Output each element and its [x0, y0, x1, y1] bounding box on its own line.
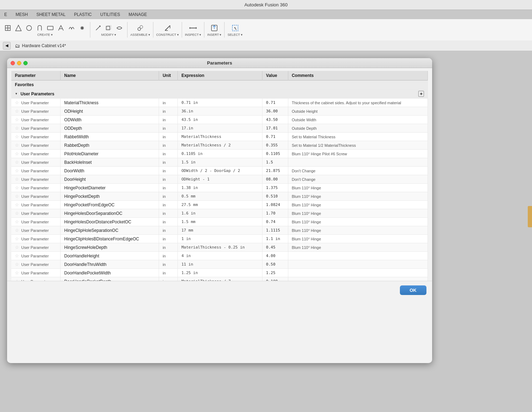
param-name-cell[interactable]: ODDepth — [61, 124, 159, 133]
table-row[interactable]: ☆ User Parameter HingePocketFromEdgeOC i… — [11, 201, 428, 209]
param-name-cell[interactable]: DoorHandleThruWidth — [61, 260, 159, 269]
table-row[interactable]: ☆ User Parameter MaterialThickness in 0.… — [11, 99, 428, 107]
param-expression-cell[interactable]: 1.38 in — [178, 184, 262, 192]
create-btn-3[interactable] — [24, 23, 34, 33]
param-expression-cell[interactable]: 1.6 in — [178, 209, 262, 218]
param-expression-cell[interactable]: 11 in — [178, 260, 262, 269]
create-btn-5[interactable] — [45, 23, 55, 33]
table-row[interactable]: ☆ User Parameter DoorWidth in ODWidth / … — [11, 167, 428, 175]
expand-icon[interactable]: ▼ — [15, 92, 18, 95]
param-name-cell[interactable]: DoorWidth — [61, 167, 159, 175]
modify-label[interactable]: MODIFY ▾ — [101, 33, 116, 37]
star-icon[interactable]: ☆ — [15, 151, 19, 156]
create-btn-6[interactable] — [56, 23, 66, 33]
table-row[interactable]: ☆ User Parameter HingeScrewHoleDepth in … — [11, 243, 428, 252]
table-row[interactable]: ☆ User Parameter DoorHandlePocketDepth i… — [11, 277, 428, 281]
star-icon[interactable]: ☆ — [15, 219, 19, 224]
param-name-cell[interactable]: DoorHandlePocketDepth — [61, 277, 159, 281]
table-row[interactable]: ☆ User Parameter DoorHandleThruWidth in … — [11, 260, 428, 269]
param-expression-cell[interactable]: 36.in — [178, 107, 262, 116]
param-expression-cell[interactable]: ODHeight - 1 — [178, 175, 262, 184]
menu-item-utilities[interactable]: UTILITIES — [99, 11, 121, 18]
param-name-cell[interactable]: HingeHolesDoorSeparationOC — [61, 209, 159, 218]
param-name-cell[interactable]: DoorHandleHeight — [61, 252, 159, 260]
create-btn-1[interactable] — [3, 23, 13, 33]
create-btn-7[interactable] — [67, 23, 77, 33]
param-expression-cell[interactable]: MaterialThickness — [178, 133, 262, 141]
star-icon[interactable]: ☆ — [15, 270, 19, 275]
param-name-cell[interactable]: HingePocketFromEdgeOC — [61, 201, 159, 209]
star-icon[interactable]: ☆ — [15, 202, 19, 207]
param-name-cell[interactable]: MaterialThickness — [61, 99, 159, 107]
param-expression-cell[interactable]: 0.5 mm — [178, 192, 262, 201]
modify-btn-3[interactable] — [114, 23, 124, 33]
param-expression-cell[interactable]: 17.in — [178, 124, 262, 133]
table-row[interactable]: ☆ User Parameter HingeClipHoleSeparation… — [11, 226, 428, 235]
back-btn[interactable]: ◀ — [3, 42, 11, 50]
table-row[interactable]: ☆ User Parameter PilotHoleDiameter in 0.… — [11, 150, 428, 158]
param-expression-cell[interactable]: 17 mm — [178, 226, 262, 235]
param-name-cell[interactable]: DoorHeight — [61, 175, 159, 184]
param-name-cell[interactable]: DoorHandlePocketWidth — [61, 269, 159, 277]
select-btn-1[interactable] — [230, 23, 240, 33]
insert-btn-1[interactable] — [209, 23, 219, 33]
param-name-cell[interactable]: HingeClipHoleSeparationOC — [61, 226, 159, 235]
star-icon[interactable]: ☆ — [15, 245, 19, 250]
create-btn-8[interactable] — [77, 23, 87, 33]
star-icon[interactable]: ☆ — [15, 160, 19, 165]
create-label[interactable]: CREATE ▾ — [37, 33, 52, 37]
menu-item-e[interactable]: E — [3, 11, 9, 18]
select-label[interactable]: SELECT ▾ — [227, 33, 242, 37]
inspect-label[interactable]: INSPECT ▾ — [185, 33, 201, 37]
param-name-cell[interactable]: HingeHolesDoorDistancePocketOC — [61, 218, 159, 226]
section-header[interactable]: ▼ User Parameters + — [11, 89, 428, 99]
param-expression-cell[interactable]: 1.5 mm — [178, 218, 262, 226]
param-expression-cell[interactable]: ODWidth / 2 - DoorGap / 2 — [178, 167, 262, 175]
star-icon[interactable]: ☆ — [15, 253, 19, 258]
param-expression-cell[interactable]: 0.1105 in — [178, 150, 262, 158]
menu-item-plastic[interactable]: PLASTIC — [73, 11, 93, 18]
star-icon[interactable]: ☆ — [15, 143, 19, 148]
param-expression-cell[interactable]: MaterialThickness / 7 — [178, 277, 262, 281]
star-icon[interactable]: ☆ — [15, 194, 19, 199]
table-row[interactable]: ☆ User Parameter DoorHandleHeight in 4 i… — [11, 252, 428, 260]
star-icon[interactable]: ☆ — [15, 185, 19, 190]
table-row[interactable]: ☆ User Parameter DoorHeight in ODHeight … — [11, 175, 428, 184]
menu-item-manage[interactable]: MANAGE — [127, 11, 148, 18]
table-row[interactable]: ☆ User Parameter ODHeight in 36.in 36.00… — [11, 107, 428, 116]
create-btn-2[interactable] — [13, 23, 23, 33]
table-row[interactable]: ☆ User Parameter HingeHolesDoorDistanceP… — [11, 218, 428, 226]
star-icon[interactable]: ☆ — [15, 108, 19, 114]
param-expression-cell[interactable]: MaterialThickness - 0.25 in — [178, 243, 262, 252]
param-name-cell[interactable]: PilotHoleDiameter — [61, 150, 159, 158]
star-icon[interactable]: ☆ — [15, 228, 19, 233]
param-expression-cell[interactable]: 1.25 in — [178, 269, 262, 277]
assemble-btn-1[interactable] — [135, 23, 145, 33]
param-expression-cell[interactable]: 1.5 in — [178, 158, 262, 167]
param-name-cell[interactable]: HingePocketDiameter — [61, 184, 159, 192]
table-row[interactable]: ☆ User Parameter HingePocketDepth in 0.5… — [11, 192, 428, 201]
inspect-btn-1[interactable] — [188, 23, 198, 33]
star-icon[interactable]: ☆ — [15, 100, 19, 105]
create-btn-4[interactable] — [35, 23, 45, 33]
param-name-cell[interactable]: ODWidth — [61, 116, 159, 124]
table-row[interactable]: ☆ User Parameter HingeClipHolesBDistance… — [11, 235, 428, 243]
construct-btn-1[interactable] — [163, 23, 172, 33]
table-row[interactable]: ☆ User Parameter RabbetDepth in Material… — [11, 141, 428, 150]
modify-btn-1[interactable] — [93, 23, 103, 33]
insert-label[interactable]: INSERT ▾ — [207, 33, 221, 37]
table-row[interactable]: ☆ User Parameter RabbetWidth in Material… — [11, 133, 428, 141]
menu-item-mesh[interactable]: MESH — [14, 11, 29, 18]
param-name-cell[interactable]: HingePocketDepth — [61, 192, 159, 201]
close-button[interactable] — [11, 61, 15, 65]
maximize-button[interactable] — [23, 61, 28, 65]
menu-item-sheet-metal[interactable]: SHEET METAL — [35, 11, 67, 18]
construct-label[interactable]: CONSTRUCT ▾ — [156, 33, 179, 37]
param-name-cell[interactable]: HingeClipHolesBDistanceFromEdgeOC — [61, 235, 159, 243]
star-icon[interactable]: ☆ — [15, 168, 19, 173]
star-icon[interactable]: ☆ — [15, 126, 19, 131]
assemble-label[interactable]: ASSEMBLE ▾ — [130, 33, 150, 37]
star-icon[interactable]: ☆ — [15, 117, 19, 122]
star-icon[interactable]: ☆ — [15, 134, 19, 139]
ok-button[interactable]: OK — [400, 285, 427, 295]
